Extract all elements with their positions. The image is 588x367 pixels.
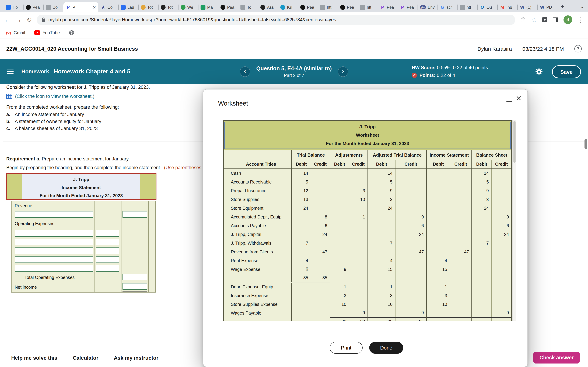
amount-cell (427, 169, 450, 178)
browser-tab[interactable]: Ass (258, 2, 278, 12)
revenue-description-input[interactable] (15, 211, 93, 218)
expense-amount-input[interactable] (96, 230, 119, 237)
menu-dots-icon[interactable]: ⋮ (578, 17, 584, 23)
expense-amount-input[interactable] (96, 265, 119, 272)
bookmark-youtube[interactable]: YouTube (34, 30, 60, 35)
gear-icon[interactable] (535, 68, 543, 75)
expense-amount-input[interactable] (96, 256, 119, 263)
browser-tab[interactable]: Ma (198, 2, 218, 12)
net-income-input[interactable] (122, 283, 147, 290)
profile-avatar[interactable]: d (563, 15, 572, 24)
back-icon[interactable]: ← (4, 17, 10, 23)
share-icon[interactable] (520, 17, 526, 23)
tab-favicon: W (540, 5, 545, 10)
amount-cell: 85 (292, 274, 311, 283)
minimize-icon[interactable] (506, 101, 512, 101)
browser-tab[interactable]: We (178, 2, 198, 12)
previous-question-button[interactable]: ‹ (240, 67, 250, 77)
worksheet-row: Prepaid Insurance12399 (223, 186, 512, 195)
expense-amount-input[interactable] (96, 248, 119, 254)
print-button[interactable]: Print (330, 342, 363, 354)
scrollbar-thumb[interactable] (513, 121, 516, 163)
browser-tab[interactable]: Pea (24, 2, 43, 12)
menu-icon[interactable] (7, 69, 14, 74)
worksheet-row: Accounts Payable666 (223, 221, 512, 230)
tab-title: Pea (227, 5, 235, 9)
next-question-button[interactable]: › (338, 67, 348, 77)
browser-tab[interactable]: Pea (338, 2, 358, 12)
browser-tab[interactable]: Tot (158, 2, 178, 12)
page-scrollbar[interactable] (585, 139, 587, 149)
worksheet-scrollbar[interactable] (512, 120, 516, 321)
browser-tab[interactable]: MInb (497, 2, 517, 12)
browser-tab[interactable]: W(1) (517, 2, 537, 12)
browser-navbar: ← → ↻ mylab.pearson.com/Student/PlayerHo… (0, 12, 588, 27)
reload-icon[interactable]: ↻ (26, 17, 32, 23)
tab-search-icon[interactable]: ▾ (581, 5, 583, 10)
expense-label-input[interactable] (15, 239, 93, 245)
expense-label-input[interactable] (15, 230, 93, 237)
revenue-amount-input[interactable] (122, 211, 147, 218)
amount-cell (450, 283, 472, 291)
browser-tab[interactable]: Tot (138, 2, 158, 12)
worksheet-grid-icon[interactable] (6, 94, 12, 99)
expense-label-input[interactable] (15, 248, 93, 254)
forward-icon[interactable]: → (15, 17, 22, 23)
list-item-a: a.An income statement for January (6, 112, 84, 117)
browser-tab[interactable]: PPea (378, 2, 398, 12)
view-worksheet-link[interactable]: (Click the icon to view the worksheet.) (15, 94, 94, 99)
amount-cell (311, 204, 330, 213)
browser-tab[interactable]: To (238, 2, 258, 12)
extension-icon[interactable] (542, 17, 547, 22)
tab-title: Ass (267, 5, 276, 9)
account-title: J. Tripp, Capital (229, 230, 292, 239)
amount-cell (330, 178, 349, 186)
amount-cell (450, 291, 472, 300)
browser-tab[interactable]: Gscr (438, 2, 458, 12)
calculator-button[interactable]: Calculator (73, 355, 98, 360)
bookmark-gmail[interactable]: Gmail (6, 30, 25, 35)
split-screen-icon[interactable] (553, 17, 558, 22)
bookmark-i[interactable]: i (69, 30, 78, 35)
bookmark-label: i (77, 30, 78, 35)
browser-tab[interactable]: Pea (218, 2, 238, 12)
ask-my-instructor-button[interactable]: Ask my instructor (114, 355, 158, 360)
amount-cell (292, 213, 311, 221)
datetime: 03/23/22 4:18 PM (522, 46, 564, 52)
tab-close-icon[interactable]: × (93, 5, 96, 10)
browser-tab[interactable]: Ho (3, 2, 24, 12)
expense-input-row (12, 264, 156, 273)
close-icon[interactable]: × (516, 94, 521, 103)
browser-tab[interactable]: WPD (537, 2, 557, 12)
browser-tab[interactable]: Pea (298, 2, 318, 12)
help-me-solve-this-button[interactable]: Help me solve this (11, 355, 57, 360)
bookmark-star-icon[interactable]: ☆ (531, 17, 537, 23)
expense-amount-input[interactable] (96, 239, 119, 245)
browser-tab[interactable]: Lau (118, 2, 138, 12)
browser-tab[interactable]: htt (358, 2, 378, 12)
opex-rows (12, 229, 156, 273)
browser-tab[interactable]: PPea (398, 2, 417, 12)
expense-label-input[interactable] (15, 256, 93, 263)
check-answer-button[interactable]: Check answer (534, 352, 579, 364)
browser-tab[interactable]: OOu (477, 2, 497, 12)
total-operating-expenses-input[interactable] (122, 274, 147, 280)
amount-cell: 3 (330, 291, 349, 300)
address-bar[interactable]: mylab.pearson.com/Student/PlayerHomework… (37, 15, 515, 25)
browser-tab-active[interactable]: PP× (63, 2, 98, 12)
help-icon[interactable]: ? (574, 45, 582, 52)
browser-tab[interactable]: IGI (278, 2, 298, 12)
amount-cell: 95 (368, 317, 395, 321)
amount-cell: 85 (311, 274, 330, 283)
done-button[interactable]: Done (369, 342, 403, 354)
browser-tab[interactable]: phpEnv (417, 2, 438, 12)
browser-tab[interactable]: htt (458, 2, 477, 12)
browser-tab[interactable]: Do (43, 2, 63, 12)
new-tab-button[interactable]: + (561, 3, 564, 10)
browser-tab[interactable]: htt (318, 2, 338, 12)
expense-label-input[interactable] (15, 265, 93, 272)
browser-tab[interactable]: ★Co (98, 2, 118, 12)
save-button[interactable]: Save (552, 65, 581, 78)
amount-cell: 4 (427, 256, 450, 265)
worksheet-row: Revenue from Clients474747 (223, 248, 512, 256)
